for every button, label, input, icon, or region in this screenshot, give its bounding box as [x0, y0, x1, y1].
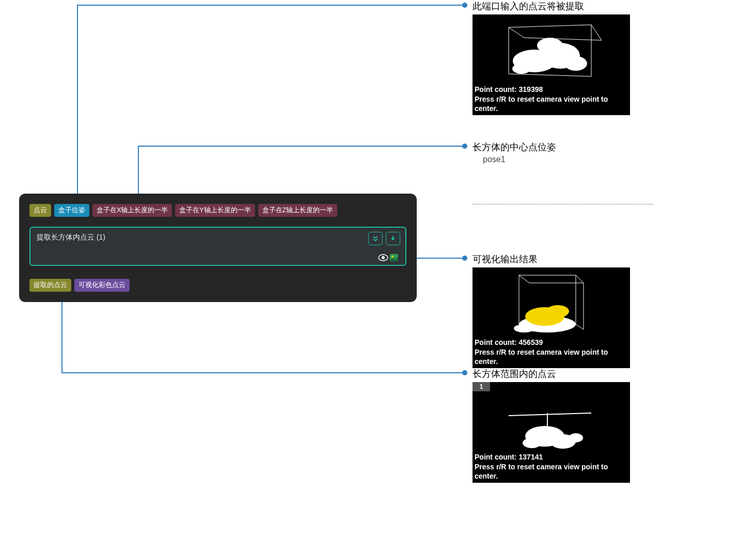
output-port-1[interactable]: 可视化彩色点云: [74, 279, 130, 292]
svg-point-14: [569, 433, 583, 442]
svg-point-3: [564, 56, 587, 71]
input-port-4[interactable]: 盒子在Z轴上长度的一半: [258, 204, 338, 217]
input-ports: 点云盒子位姿盒子在X轴上长度的一半盒子在Y轴上长度的一半盒子在Z轴上长度的一半: [29, 204, 337, 217]
svg-point-4: [512, 64, 531, 74]
point-count-2: Point count: 456539: [475, 338, 630, 347]
svg-point-18: [391, 256, 393, 258]
reset-hint-2: Press r/R to reset camera view point to …: [475, 347, 630, 366]
node-title: 提取长方体内点云 (1): [37, 233, 399, 242]
annotation-box-pose: 长方体的中心点位姿: [472, 141, 556, 153]
eye-icon: [377, 254, 389, 262]
expand-button[interactable]: [368, 232, 383, 245]
point-count-1: Point count: 319398: [475, 85, 630, 94]
preview-input-cloud: Point count: 319398 Press r/R to reset c…: [472, 14, 630, 115]
input-port-0[interactable]: 点云: [29, 204, 51, 217]
svg-point-13: [523, 438, 541, 448]
svg-line-9: [509, 413, 591, 416]
input-port-3[interactable]: 盒子在Y轴上长度的一半: [175, 204, 255, 217]
reset-hint-1: Press r/R to reset camera view point to …: [475, 94, 630, 113]
output-port-0[interactable]: 提取的点云: [29, 279, 71, 292]
node-body[interactable]: 提取长方体内点云 (1): [29, 227, 406, 266]
annotation-extracted-cloud: 长方体范围内的点云: [472, 368, 556, 380]
image-icon: [390, 254, 398, 261]
svg-point-2: [537, 38, 563, 53]
conn-end-3: [462, 256, 467, 261]
preview-extracted-cloud: 1 Point count: 137141 Press r/R to reset…: [472, 382, 630, 483]
svg-point-16: [382, 256, 385, 259]
svg-point-8: [546, 305, 569, 318]
download-button[interactable]: [386, 232, 400, 245]
annotation-input-cloud: 此端口输入的点云将被提取: [472, 0, 584, 12]
cloud-visual-1: [472, 14, 630, 94]
port-label: 盒子在X轴上长度的一半: [97, 206, 168, 215]
port-label: 盒子在Z轴上长度的一半: [262, 206, 334, 215]
visualize-toggle[interactable]: [377, 254, 398, 262]
conn-end-1: [462, 3, 467, 8]
port-label: 点云: [34, 206, 47, 215]
svg-point-6: [514, 324, 534, 333]
output-ports: 提取的点云可视化彩色点云: [29, 279, 130, 292]
separator: [472, 204, 653, 204]
port-label: 提取的点云: [34, 281, 67, 290]
annotation-box-pose-sub: pose1: [483, 155, 506, 164]
annotation-visual-output: 可视化输出结果: [472, 253, 538, 265]
conn-end-2: [462, 144, 467, 149]
cloud-visual-2: [472, 267, 630, 347]
port-label: 可视化彩色点云: [78, 281, 125, 290]
port-label: 盒子在Y轴上长度的一半: [179, 206, 250, 215]
port-label: 盒子位姿: [58, 206, 85, 215]
conn-end-4: [462, 370, 467, 375]
preview-visual-output: Point count: 456539 Press r/R to reset c…: [472, 267, 630, 368]
reset-hint-3: Press r/R to reset camera view point to …: [475, 462, 630, 481]
input-port-2[interactable]: 盒子在X轴上长度的一半: [92, 204, 172, 217]
point-count-3: Point count: 137141: [475, 452, 630, 462]
cloud-visual-3: [472, 382, 630, 462]
input-port-1[interactable]: 盒子位姿: [54, 204, 89, 217]
node-extract-box-cloud[interactable]: 点云盒子位姿盒子在X轴上长度的一半盒子在Y轴上长度的一半盒子在Z轴上长度的一半 …: [19, 194, 417, 302]
